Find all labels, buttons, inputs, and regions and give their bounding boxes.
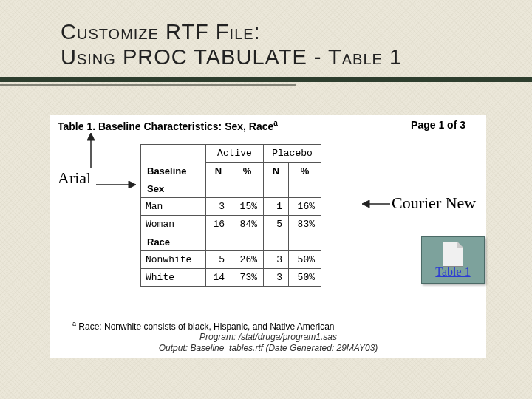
- header-group-active: Active: [206, 145, 264, 163]
- arrow-right-icon: [96, 180, 136, 189]
- report-title: Table 1. Baseline Characteristics: Sex, …: [58, 119, 278, 132]
- cell-n: 3: [264, 251, 289, 269]
- cell-pct: 84%: [231, 216, 264, 233]
- cell-pct: 26%: [231, 251, 264, 269]
- cell-pct: 50%: [289, 251, 321, 269]
- arrow-left-icon: [362, 200, 390, 208]
- slide-title: Customize RTF File: Using PROC TABULATE …: [61, 19, 402, 69]
- header-pct: %: [289, 163, 321, 180]
- header-n: N: [206, 163, 231, 180]
- table-row: White 14 73% 3 50%: [141, 269, 321, 287]
- title-rule-thick: [0, 77, 532, 82]
- cell-pct: 73%: [231, 269, 264, 287]
- annotation-arial: Arial: [58, 168, 91, 188]
- row-label: Man: [141, 198, 206, 216]
- title-rule-thin: [0, 84, 296, 86]
- svg-marker-1: [87, 133, 95, 140]
- svg-marker-3: [129, 181, 136, 188]
- header-n: N: [264, 163, 289, 180]
- header-pct: %: [231, 163, 264, 180]
- arrow-up-icon: [86, 133, 96, 168]
- cell-n: 5: [264, 216, 289, 233]
- data-table: Baseline Active Placebo N % N % Sex Man …: [140, 144, 321, 287]
- document-link[interactable]: Table 1: [421, 236, 485, 284]
- cell-n: 3: [264, 269, 289, 287]
- cell-pct: 15%: [231, 198, 264, 216]
- cell-n: 16: [206, 216, 231, 233]
- document-link-label: Table 1: [422, 265, 484, 279]
- cell-pct: 16%: [289, 198, 321, 216]
- section-race: Race: [141, 233, 206, 251]
- cell-n: 14: [206, 269, 231, 287]
- cell-n: 3: [206, 198, 231, 216]
- title-line1: Customize RTF File:: [61, 20, 261, 44]
- report-title-text: Table 1. Baseline Characteristics: Sex, …: [58, 120, 273, 132]
- header-baseline: Baseline: [147, 166, 186, 177]
- report-title-super: a: [273, 119, 278, 127]
- cell-n: 5: [206, 251, 231, 269]
- title-line2: Using PROC TABULATE - Table 1: [61, 45, 402, 69]
- annotation-courier: Courier New: [392, 194, 476, 213]
- document-icon: [443, 242, 463, 267]
- footnote: a Race: Nonwhite consists of black, Hisp…: [72, 320, 335, 332]
- svg-marker-5: [362, 200, 369, 208]
- table-row: Woman 16 84% 5 83%: [141, 216, 321, 233]
- meta-program: Program: /stat/druga/program1.sas: [200, 332, 337, 342]
- cell-pct: 50%: [289, 269, 321, 287]
- section-sex: Sex: [141, 180, 206, 198]
- footer-meta: Program: /stat/druga/program1.sas Output…: [50, 332, 486, 354]
- cell-n: 1: [264, 198, 289, 216]
- meta-output: Output: Baseline_tables.rtf (Date Genera…: [159, 343, 378, 353]
- footnote-text: Race: Nonwhite consists of black, Hispan…: [76, 321, 335, 332]
- report-page-number: Page 1 of 3: [411, 119, 466, 131]
- row-label: White: [141, 269, 206, 287]
- row-label: Nonwhite: [141, 251, 206, 269]
- row-label: Woman: [141, 216, 206, 233]
- header-group-placebo: Placebo: [264, 145, 321, 163]
- table-row: Man 3 15% 1 16%: [141, 198, 321, 216]
- cell-pct: 83%: [289, 216, 321, 233]
- table-row: Nonwhite 5 26% 3 50%: [141, 251, 321, 269]
